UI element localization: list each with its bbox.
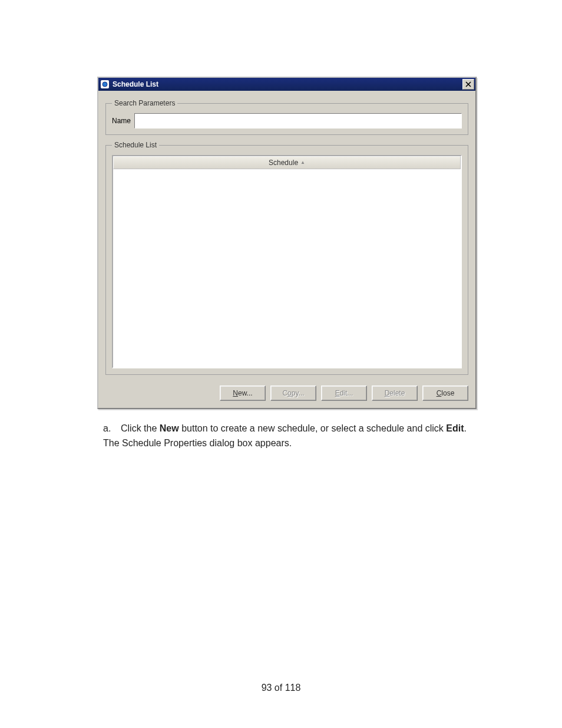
new-button-rest: ew...	[238, 389, 253, 397]
sort-ascending-icon: ▲	[300, 160, 305, 165]
instruction-bold-edit: Edit	[446, 423, 464, 433]
schedule-list-dialog: Schedule List Search Parameters Name Sch…	[97, 77, 477, 409]
dialog-title: Schedule List	[113, 80, 158, 88]
dialog-client-area: Search Parameters Name Schedule List Sch…	[98, 91, 475, 408]
delete-button[interactable]: Delete	[372, 386, 418, 401]
name-input[interactable]	[134, 113, 462, 129]
schedule-column-header[interactable]: Schedule ▲	[113, 156, 461, 169]
list-marker: a.	[103, 421, 121, 436]
new-button[interactable]: New...	[220, 386, 266, 401]
page-number: 93 of 118	[0, 683, 562, 693]
schedule-list-group: Schedule List Schedule ▲	[105, 141, 468, 375]
svg-point-0	[103, 82, 107, 87]
instruction-mid: button to create a new schedule, or sele…	[179, 423, 447, 433]
name-label: Name	[112, 117, 131, 125]
instruction-text: a.Click the New button to create a new s…	[103, 421, 474, 451]
column-header-label: Schedule	[269, 159, 298, 167]
schedule-list-legend: Schedule List	[112, 141, 159, 149]
copy-button[interactable]: Copy...	[270, 386, 316, 401]
dialog-titlebar[interactable]: Schedule List	[98, 78, 475, 91]
schedule-table[interactable]: Schedule ▲	[112, 155, 462, 368]
app-icon	[101, 80, 109, 88]
close-icon[interactable]	[462, 79, 474, 90]
edit-button[interactable]: Edit...	[321, 386, 367, 401]
instruction-pre: Click the	[121, 423, 160, 433]
search-parameters-group: Search Parameters Name	[105, 99, 468, 135]
dialog-button-row: New... Copy... Edit... Delete Close	[105, 381, 468, 401]
instruction-bold-new: New	[160, 423, 179, 433]
close-button[interactable]: Close	[422, 386, 468, 401]
search-parameters-legend: Search Parameters	[112, 99, 177, 107]
